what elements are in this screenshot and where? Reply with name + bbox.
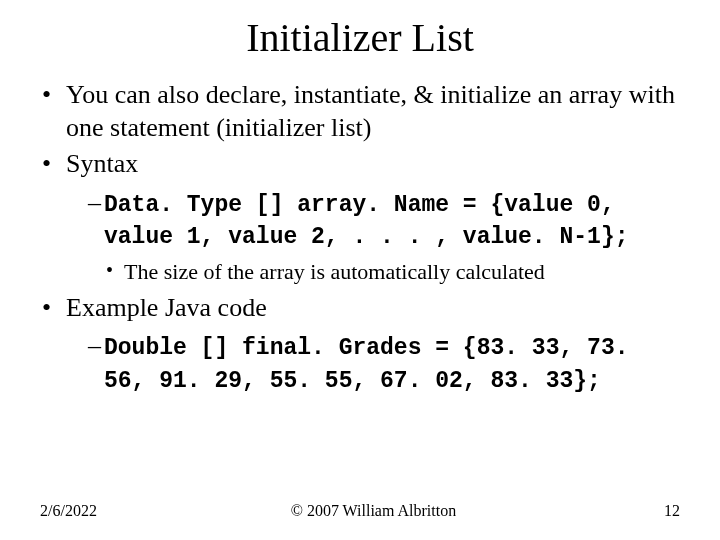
bullet-3: Example Java code Double [] final. Grade… bbox=[40, 292, 680, 396]
bullet-2-note: The size of the array is automatically c… bbox=[106, 258, 680, 286]
bullet-3-code-item: Double [] final. Grades = {83. 33, 73. 5… bbox=[88, 330, 680, 396]
bullet-list: You can also declare, instantiate, & ini… bbox=[40, 79, 680, 396]
bullet-1: You can also declare, instantiate, & ini… bbox=[40, 79, 680, 144]
bullet-2-text: Syntax bbox=[66, 149, 138, 178]
slide: Initializer List You can also declare, i… bbox=[0, 0, 720, 540]
bullet-3-sub: Double [] final. Grades = {83. 33, 73. 5… bbox=[66, 330, 680, 396]
syntax-code: Data. Type [] array. Name = {value 0, va… bbox=[104, 192, 629, 251]
bullet-1-text: You can also declare, instantiate, & ini… bbox=[66, 80, 675, 142]
bullet-2-code-item: Data. Type [] array. Name = {value 0, va… bbox=[88, 187, 680, 253]
slide-title: Initializer List bbox=[40, 14, 680, 61]
example-code: Double [] final. Grades = {83. 33, 73. 5… bbox=[104, 335, 629, 394]
bullet-2: Syntax Data. Type [] array. Name = {valu… bbox=[40, 148, 680, 286]
bullet-2-note-list: The size of the array is automatically c… bbox=[66, 258, 680, 286]
footer-page-number: 12 bbox=[650, 502, 680, 520]
bullet-3-text: Example Java code bbox=[66, 293, 267, 322]
footer-date: 2/6/2022 bbox=[40, 502, 97, 520]
footer-copyright: © 2007 William Albritton bbox=[97, 502, 650, 520]
bullet-2-sub: Data. Type [] array. Name = {value 0, va… bbox=[66, 187, 680, 253]
bullet-2-note-text: The size of the array is automatically c… bbox=[124, 259, 545, 284]
footer: 2/6/2022 © 2007 William Albritton 12 bbox=[40, 502, 680, 520]
